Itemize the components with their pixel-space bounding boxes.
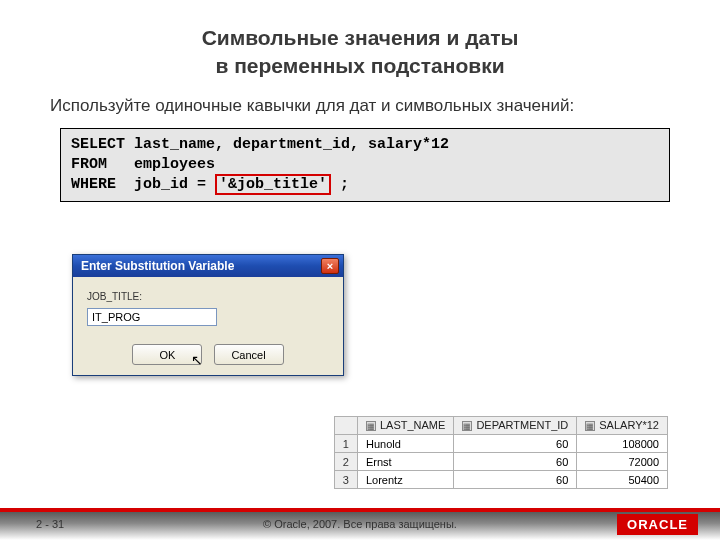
ok-button[interactable]: OK [132,344,202,365]
column-icon: ▦ [585,421,595,431]
dialog-field-label: JOB_TITLE: [87,291,329,302]
row-header-blank [334,417,357,435]
column-icon: ▦ [462,421,472,431]
dialog-titlebar: Enter Substitution Variable × [73,255,343,277]
code-line1: SELECT last_name, department_id, salary*… [71,136,449,153]
sql-code-block: SELECT last_name, department_id, salary*… [60,128,670,203]
page-number: 2 - 31 [36,518,64,530]
instruction-text: Используйте одиночные кавычки для дат и … [0,81,720,124]
col-salary: ▦SALARY*12 [577,417,668,435]
substitution-dialog: Enter Substitution Variable × JOB_TITLE:… [72,254,344,376]
col-dept-id: ▦DEPARTMENT_ID [454,417,577,435]
code-line2: FROM employees [71,156,215,173]
dialog-title: Enter Substitution Variable [81,259,234,273]
title-line1: Символьные значения и даты [202,26,519,49]
slide-title: Символьные значения и даты в переменных … [0,0,720,81]
code-line3b: ; [331,176,349,193]
close-button[interactable]: × [321,258,339,274]
cancel-button[interactable]: Cancel [214,344,284,365]
title-line2: в переменных подстановки [215,54,504,77]
table-row: 2 Ernst 60 72000 [334,453,667,471]
copyright-text: © Oracle, 2007. Все права защищены. [0,512,720,530]
code-highlight: '&job_title' [215,174,331,195]
footer: 2 - 31 © Oracle, 2007. Все права защищен… [0,508,720,540]
code-line3a: WHERE job_id = [71,176,215,193]
job-title-input[interactable] [87,308,217,326]
result-table: ▦LAST_NAME ▦DEPARTMENT_ID ▦SALARY*12 1 H… [334,416,668,489]
column-icon: ▦ [366,421,376,431]
table-row: 1 Hunold 60 108000 [334,435,667,453]
col-last-name: ▦LAST_NAME [357,417,453,435]
oracle-logo: ORACLE [617,514,698,535]
table-row: 3 Lorentz 60 50400 [334,471,667,489]
